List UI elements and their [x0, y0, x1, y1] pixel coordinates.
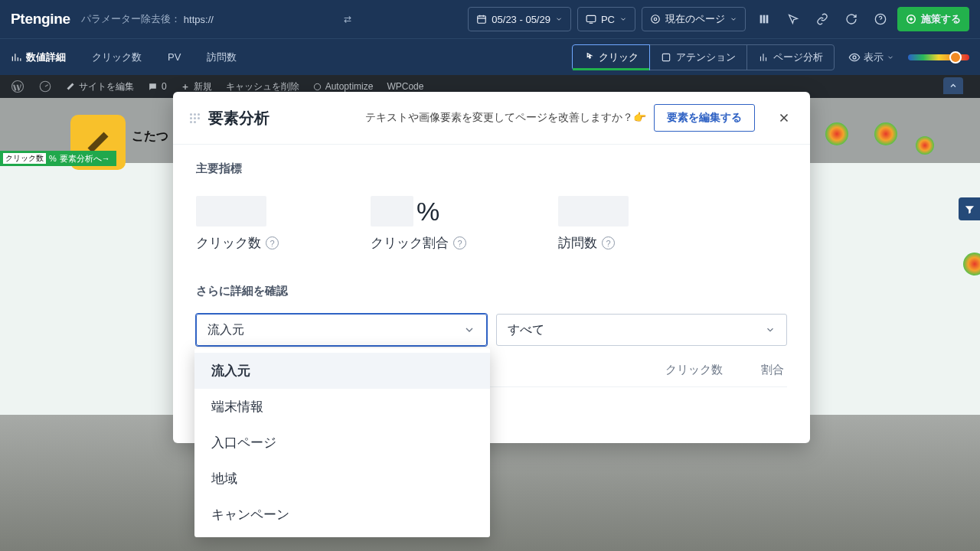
param-url: https://: [184, 14, 214, 25]
heat-legend[interactable]: [908, 54, 969, 60]
filter-button[interactable]: [959, 197, 980, 220]
filter-selects: 流入元 すべて: [196, 314, 787, 346]
heatspot: [916, 136, 934, 155]
svg-rect-1: [586, 15, 596, 21]
collapse-icon[interactable]: [943, 77, 963, 94]
detail-label: さらに詳細を確認: [196, 284, 787, 298]
subnav-pv[interactable]: PV: [168, 51, 181, 63]
edit-element-button[interactable]: 要素を編集する: [654, 104, 755, 132]
wp-clear-cache[interactable]: キャッシュを削除: [226, 80, 299, 93]
device-selector[interactable]: PC: [577, 7, 635, 31]
tab-attention[interactable]: アテンション: [649, 44, 747, 70]
date-range-label: 05/23 - 05/29: [492, 14, 550, 25]
chevron-down-icon: [765, 324, 776, 335]
subnav-metrics[interactable]: 数値詳細: [11, 51, 66, 64]
wp-edit-site[interactable]: サイトを編集: [66, 80, 134, 93]
dropdown-option[interactable]: キャンペーン: [194, 497, 490, 533]
logo: Ptengine: [11, 11, 70, 28]
help-icon[interactable]: ?: [602, 236, 615, 249]
chevron-down-icon: [463, 324, 475, 336]
metric-clicks-value: [196, 196, 266, 227]
tab-page-analysis[interactable]: ページ分析: [746, 44, 835, 70]
svg-rect-9: [662, 54, 669, 60]
date-range-picker[interactable]: 05/23 - 05/29: [468, 7, 571, 31]
refresh-icon[interactable]: [841, 8, 862, 30]
wp-new[interactable]: ＋ 新規: [181, 80, 212, 93]
modal-header: 要素分析 テキストや画像要素を変更してページを改善しますか？👉 要素を編集する: [173, 92, 810, 145]
heatspot: [874, 122, 897, 145]
dropdown-option[interactable]: 地域: [194, 461, 490, 497]
promo-title: こたつ: [132, 129, 168, 145]
metric-visits: 訪問数?: [558, 191, 629, 252]
col-rate: 割合: [723, 363, 784, 377]
col-clicks: クリック数: [623, 363, 723, 377]
drag-handle-icon[interactable]: [190, 113, 201, 123]
dropdown-option[interactable]: 入口ページ: [194, 425, 490, 461]
dropdown-option[interactable]: 流入元: [194, 353, 490, 389]
subnav-clicks[interactable]: クリック数: [92, 51, 142, 64]
device-label: PC: [601, 14, 615, 25]
metrics-row: クリック数? % クリック割合? 訪問数?: [196, 191, 787, 252]
cursor-icon[interactable]: [782, 8, 804, 30]
click-badge[interactable]: クリック数 % 要素分析へ→: [0, 151, 116, 166]
main-metrics-label: 主要指標: [196, 161, 787, 176]
svg-point-13: [314, 83, 320, 90]
dropdown-option[interactable]: 端末情報: [194, 389, 490, 425]
topbar: Ptengine パラメーター除去後： https:// ⇄ 05/23 - 0…: [0, 0, 980, 38]
wp-wpcode[interactable]: WPCode: [387, 81, 423, 92]
sync-icon[interactable]: ⇄: [344, 14, 351, 24]
help-icon[interactable]: ?: [266, 236, 279, 249]
display-toggle[interactable]: 表示: [848, 51, 894, 64]
heatspot: [963, 253, 980, 276]
help-icon[interactable]: [870, 8, 891, 30]
metric-rate-value: [371, 196, 413, 227]
wp-comments[interactable]: 0: [148, 81, 167, 92]
metric-visits-value: [558, 196, 629, 227]
help-icon[interactable]: ?: [453, 236, 466, 249]
dashboard-icon[interactable]: [38, 80, 52, 93]
wordpress-icon[interactable]: [11, 80, 24, 93]
subnav-visits[interactable]: 訪問数: [207, 51, 237, 64]
dimension-dropdown: 流入元 端末情報 入口ページ 地域 キャンペーン: [194, 348, 490, 537]
columns-icon[interactable]: [753, 8, 775, 30]
metric-clicks: クリック数?: [196, 191, 279, 252]
primary-dimension-select[interactable]: 流入元: [196, 314, 487, 346]
cta-label: 施策する: [921, 12, 961, 26]
svg-rect-0: [478, 16, 486, 23]
svg-point-2: [652, 15, 660, 24]
close-icon[interactable]: [775, 109, 793, 127]
metric-rate: % クリック割合?: [371, 191, 466, 252]
param-label: パラメーター除去後：: [81, 12, 181, 26]
svg-rect-5: [763, 15, 766, 24]
svg-point-3: [654, 18, 657, 21]
secondary-filter-select[interactable]: すべて: [496, 314, 787, 346]
subnav: 数値詳細 クリック数 PV 訪問数 クリック アテンション ページ分析 表示: [0, 38, 980, 75]
tab-click[interactable]: クリック: [572, 44, 650, 70]
heatspot: [825, 122, 848, 145]
page-scope-selector[interactable]: 現在のページ: [642, 7, 746, 31]
modal-prompt: テキストや画像要素を変更してページを改善しますか？👉: [365, 111, 646, 125]
heatmap-mode-tabs: クリック アテンション ページ分析: [572, 44, 835, 70]
page-scope-label: 現在のページ: [665, 12, 725, 26]
svg-rect-4: [760, 15, 763, 24]
modal-title: 要素分析: [208, 108, 270, 129]
link-icon[interactable]: [812, 8, 833, 30]
click-badge-prefix: クリック数: [3, 153, 46, 164]
click-badge-link: 要素分析へ→: [60, 153, 110, 165]
cta-button[interactable]: 施策する: [897, 7, 969, 31]
wp-autoptimize[interactable]: Autoptimize: [313, 81, 374, 92]
click-badge-pct: %: [49, 154, 57, 163]
svg-rect-6: [766, 15, 769, 24]
svg-point-10: [853, 56, 856, 59]
